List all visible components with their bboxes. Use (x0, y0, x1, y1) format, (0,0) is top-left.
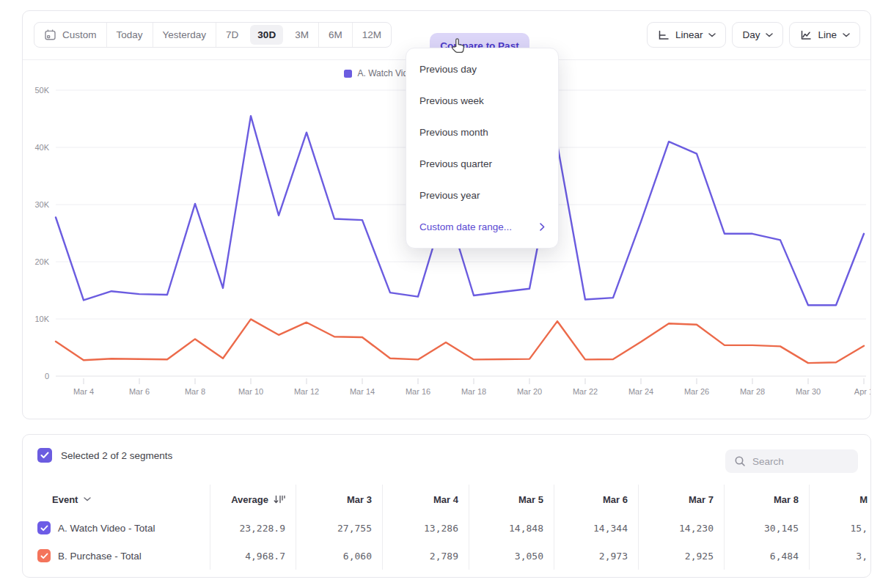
value-text: 3, (856, 551, 868, 562)
value-cell: 23,228.9 (210, 514, 296, 542)
value-cell: 3, (809, 542, 871, 570)
date-range-3m[interactable]: 3M (285, 23, 318, 47)
date-range-today[interactable]: Today (107, 23, 153, 47)
segment-checkbox[interactable] (37, 521, 51, 534)
column-header-average[interactable]: Average (210, 485, 296, 514)
search-icon (734, 455, 746, 467)
x-axis-label: Mar 28 (740, 387, 765, 396)
search-box[interactable] (725, 449, 858, 473)
value-text: 3,050 (515, 551, 543, 562)
table-row: A. Watch Video - Total23,228.927,75513,2… (23, 514, 871, 542)
linear-axis-icon (657, 29, 670, 41)
value-cell: 13,286 (382, 514, 469, 542)
x-axis-label: Mar 12 (294, 387, 319, 396)
value-cell: 2,973 (554, 542, 638, 570)
column-header-label: Mar 3 (347, 494, 372, 505)
value-text: 14,344 (593, 523, 628, 534)
table-row: B. Purchase - Total4,968.76,0602,7893,05… (23, 542, 871, 570)
value-text: 2,925 (685, 551, 714, 562)
menu-item-previous-month[interactable]: Previous month (406, 117, 558, 148)
column-header-label: Average (231, 494, 268, 505)
value-text: 6,060 (343, 551, 372, 562)
menu-item-previous-day[interactable]: Previous day (406, 54, 558, 85)
chevron-right-icon (540, 223, 545, 231)
select-all-checkbox[interactable] (37, 448, 52, 463)
x-axis-label: Mar 22 (573, 387, 598, 396)
value-text: 2,973 (599, 551, 628, 562)
interval-dropdown-label: Day (742, 29, 760, 40)
column-header-mar-8[interactable]: Mar 8 (724, 485, 809, 514)
column-header-mar-4[interactable]: Mar 4 (382, 485, 469, 514)
date-range-7d[interactable]: 7D (216, 23, 248, 47)
chevron-down-icon (766, 33, 773, 37)
column-header-mar-7[interactable]: Mar 7 (638, 485, 724, 514)
x-axis-label: Mar 8 (185, 387, 205, 396)
x-axis-label: Mar 24 (628, 387, 653, 396)
value-cell: 14,848 (469, 514, 554, 542)
segment-event-cell[interactable]: B. Purchase - Total (23, 542, 210, 570)
line-chart-icon (799, 29, 812, 41)
value-cell: 2,925 (638, 542, 724, 570)
scale-dropdown-label: Linear (675, 29, 703, 40)
value-text: 4,968.7 (245, 551, 285, 562)
column-header-label: Mar 8 (774, 494, 799, 505)
chevron-down-icon (708, 33, 716, 37)
sort-descending-icon (274, 495, 285, 504)
date-range-label: 7D (226, 29, 238, 40)
date-range-30d[interactable]: 30D (250, 25, 283, 45)
column-header-mar-3[interactable]: Mar 3 (296, 485, 382, 514)
date-range-label: 30D (257, 29, 276, 40)
column-header-mar-6[interactable]: Mar 6 (554, 485, 638, 514)
calendar-icon (44, 29, 56, 41)
date-range-label: 6M (329, 29, 342, 40)
y-axis-label: 0 (45, 372, 49, 381)
x-axis-label: Mar 16 (406, 387, 430, 396)
column-header-mar-5[interactable]: Mar 5 (469, 485, 554, 514)
menu-item-previous-quarter[interactable]: Previous quarter (406, 148, 558, 180)
date-range-custom[interactable]: Custom (34, 23, 106, 47)
value-text: 13,286 (424, 523, 458, 534)
value-cell: 6,060 (296, 542, 382, 570)
date-range-label: 3M (295, 29, 309, 40)
value-cell: 2,789 (382, 542, 469, 570)
value-cell: 30,145 (724, 514, 809, 542)
column-header-m[interactable]: M (809, 485, 871, 514)
date-range-yesterday[interactable]: Yesterday (153, 23, 216, 47)
date-range-12m[interactable]: 12M (353, 23, 391, 47)
interval-dropdown-button[interactable]: Day (732, 22, 783, 48)
y-axis-label: 50K (34, 86, 49, 95)
chart-type-dropdown-button[interactable]: Line (789, 22, 860, 48)
segment-event-cell[interactable]: A. Watch Video - Total (23, 514, 210, 542)
chart-type-dropdown-label: Line (818, 29, 837, 40)
analytics-dashboard: { "toolbar": { "date_ranges": [ {"label"… (0, 0, 880, 588)
value-cell: 14,230 (638, 514, 724, 542)
menu-item-previous-week[interactable]: Previous week (406, 85, 558, 117)
table-header-row: EventAverageMar 3Mar 4Mar 5Mar 6Mar 7Mar… (23, 485, 871, 514)
value-cell: 4,968.7 (210, 542, 296, 570)
column-header-label: Mar 5 (518, 494, 543, 505)
value-cell: 15, (809, 514, 871, 542)
menu-item-previous-year[interactable]: Previous year (406, 180, 558, 211)
menu-item-custom-date-range[interactable]: Custom date range... (406, 211, 558, 243)
event-column-header[interactable]: Event (23, 485, 210, 514)
value-cell: 3,050 (469, 542, 554, 570)
value-text: 15, (851, 523, 868, 534)
search-input[interactable] (752, 456, 849, 467)
segments-table: EventAverageMar 3Mar 4Mar 5Mar 6Mar 7Mar… (23, 485, 871, 570)
custom-date-range-label: Custom date range... (419, 221, 512, 232)
series-line[interactable] (56, 319, 864, 363)
compare-to-past-menu: Previous dayPrevious weekPrevious monthP… (406, 48, 559, 249)
column-header-label: Mar 4 (433, 494, 458, 505)
date-range-label: Today (117, 29, 143, 40)
y-axis-label: 30K (34, 200, 49, 209)
segment-checkbox[interactable] (37, 549, 51, 562)
value-text: 6,484 (770, 551, 799, 562)
date-range-6m[interactable]: 6M (319, 23, 352, 47)
x-axis-label: Mar 10 (238, 387, 263, 396)
value-text: 14,230 (679, 523, 714, 534)
selected-segments-summary: Selected 2 of 2 segments (61, 450, 172, 461)
date-range-label: Yesterday (163, 29, 207, 40)
scale-dropdown-button[interactable]: Linear (647, 22, 727, 48)
x-axis-label: Mar 26 (684, 387, 709, 396)
value-text: 2,789 (430, 551, 458, 562)
